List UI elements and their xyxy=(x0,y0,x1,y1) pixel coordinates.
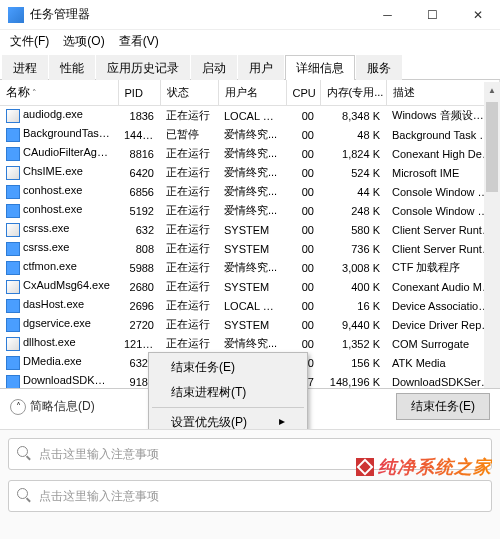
cell-status: 正在运行 xyxy=(160,220,218,239)
col-mem[interactable]: 内存(专用... xyxy=(320,80,386,106)
search-placeholder: 点击这里输入注意事项 xyxy=(39,488,159,505)
cell-user: 爱情终究... xyxy=(218,125,286,144)
cell-user: LOCAL SE... xyxy=(218,106,286,126)
col-desc[interactable]: 描述 xyxy=(386,80,500,106)
cell-mem: 156 K xyxy=(320,353,386,372)
cell-name: dllhost.exe xyxy=(0,334,118,353)
window-controls: ─ ☐ ✕ xyxy=(365,0,500,30)
cell-cpu: 00 xyxy=(286,144,320,163)
cell-status: 正在运行 xyxy=(160,277,218,296)
maximize-button[interactable]: ☐ xyxy=(410,0,455,30)
close-button[interactable]: ✕ xyxy=(455,0,500,30)
cell-status: 正在运行 xyxy=(160,201,218,220)
cell-mem: 736 K xyxy=(320,239,386,258)
cell-desc: Device Association Fr... xyxy=(386,296,500,315)
process-icon xyxy=(6,261,20,275)
tab-performance[interactable]: 性能 xyxy=(49,55,95,80)
cell-mem: 16 K xyxy=(320,296,386,315)
scroll-up-icon[interactable]: ▲ xyxy=(484,82,500,98)
table-row[interactable]: conhost.exe6856正在运行爱情终究...0044 KConsole … xyxy=(0,182,500,201)
app-icon xyxy=(8,7,24,23)
cell-pid: 808 xyxy=(118,239,160,258)
end-task-button[interactable]: 结束任务(E) xyxy=(396,393,490,420)
search-input-2[interactable]: 点击这里输入注意事项 xyxy=(8,480,492,512)
table-row[interactable]: csrss.exe632正在运行SYSTEM00580 KClient Serv… xyxy=(0,220,500,239)
tab-users[interactable]: 用户 xyxy=(238,55,284,80)
tab-details[interactable]: 详细信息 xyxy=(285,55,355,80)
cell-desc: CTF 加载程序 xyxy=(386,258,500,277)
menu-file[interactable]: 文件(F) xyxy=(4,31,55,52)
table-row[interactable]: dllhost.exe12152正在运行爱情终究...001,352 KCOM … xyxy=(0,334,500,353)
watermark: 纯净系统之家 xyxy=(356,455,492,479)
cell-user: 爱情终究... xyxy=(218,334,286,353)
col-pid[interactable]: PID xyxy=(118,80,160,106)
table-row[interactable]: dgservice.exe2720正在运行SYSTEM009,440 KDevi… xyxy=(0,315,500,334)
table-row[interactable]: ChsIME.exe6420正在运行爱情终究...00524 KMicrosof… xyxy=(0,163,500,182)
cell-pid: 5988 xyxy=(118,258,160,277)
cell-desc: Windows 音频设备图... xyxy=(386,106,500,126)
cell-desc: Microsoft IME xyxy=(386,163,500,182)
table-row[interactable]: ctfmon.exe5988正在运行爱情终究...003,008 KCTF 加载… xyxy=(0,258,500,277)
cell-desc: Console Window Host xyxy=(386,182,500,201)
tab-processes[interactable]: 进程 xyxy=(2,55,48,80)
cell-mem: 1,824 K xyxy=(320,144,386,163)
cell-cpu: 00 xyxy=(286,277,320,296)
menubar: 文件(F) 选项(O) 查看(V) xyxy=(0,30,500,52)
table-row[interactable]: BackgroundTaskH...14440已暂停爱情终究...0048 KB… xyxy=(0,125,500,144)
table-row[interactable]: conhost.exe5192正在运行爱情终究...00248 KConsole… xyxy=(0,201,500,220)
cell-pid: 2680 xyxy=(118,277,160,296)
ctx-sep xyxy=(152,407,304,408)
ctx-item[interactable]: 结束任务(E) xyxy=(151,355,305,380)
cell-desc: Client Server Runtime ... xyxy=(386,239,500,258)
cell-cpu: 00 xyxy=(286,163,320,182)
table-row[interactable]: dasHost.exe2696正在运行LOCAL SE...0016 KDevi… xyxy=(0,296,500,315)
fewer-details-label: 简略信息(D) xyxy=(30,398,95,415)
col-user[interactable]: 用户名 xyxy=(218,80,286,106)
process-icon xyxy=(6,242,20,256)
cell-cpu: 00 xyxy=(286,315,320,334)
cell-mem: 400 K xyxy=(320,277,386,296)
menu-options[interactable]: 选项(O) xyxy=(57,31,110,52)
cell-desc: Console Window Host xyxy=(386,201,500,220)
cell-pid: 8816 xyxy=(118,144,160,163)
cell-name: BackgroundTaskH... xyxy=(0,125,118,144)
cell-status: 正在运行 xyxy=(160,239,218,258)
cell-mem: 44 K xyxy=(320,182,386,201)
col-cpu[interactable]: CPU xyxy=(286,80,320,106)
cell-name: conhost.exe xyxy=(0,182,118,201)
sort-arrow-icon: ˄ xyxy=(32,88,37,98)
col-name[interactable]: 名称˄ xyxy=(0,80,118,106)
fewer-details-toggle[interactable]: ˄ 简略信息(D) xyxy=(10,398,95,415)
cell-mem: 524 K xyxy=(320,163,386,182)
table-row[interactable]: csrss.exe808正在运行SYSTEM00736 KClient Serv… xyxy=(0,239,500,258)
table-row[interactable]: audiodg.exe1836正在运行LOCAL SE...008,348 KW… xyxy=(0,106,500,126)
cell-user: LOCAL SE... xyxy=(218,296,286,315)
minimize-button[interactable]: ─ xyxy=(365,0,410,30)
cell-status: 正在运行 xyxy=(160,258,218,277)
scroll-thumb[interactable] xyxy=(486,102,498,192)
cell-mem: 3,008 K xyxy=(320,258,386,277)
cell-desc: Client Server Runtime ... xyxy=(386,220,500,239)
table-row[interactable]: CAudioFilterAgent...8816正在运行爱情终究...001,8… xyxy=(0,144,500,163)
cell-cpu: 00 xyxy=(286,125,320,144)
table-row[interactable]: CxAudMsg64.exe2680正在运行SYSTEM00400 KConex… xyxy=(0,277,500,296)
tab-services[interactable]: 服务 xyxy=(356,55,402,80)
cell-name: CxAudMsg64.exe xyxy=(0,277,118,296)
ctx-item[interactable]: 结束进程树(T) xyxy=(151,380,305,405)
cell-cpu: 00 xyxy=(286,106,320,126)
process-icon xyxy=(6,185,20,199)
cell-name: dasHost.exe xyxy=(0,296,118,315)
cell-pid: 14440 xyxy=(118,125,160,144)
scrollbar[interactable]: ▲ ▼ xyxy=(484,82,500,420)
search-placeholder: 点击这里输入注意事项 xyxy=(39,446,159,463)
process-icon xyxy=(6,318,20,332)
watermark-text: 纯净系统之家 xyxy=(378,455,492,479)
tab-history[interactable]: 应用历史记录 xyxy=(96,55,190,80)
menu-view[interactable]: 查看(V) xyxy=(113,31,165,52)
tab-startup[interactable]: 启动 xyxy=(191,55,237,80)
cell-status: 正在运行 xyxy=(160,334,218,353)
cell-pid: 12152 xyxy=(118,334,160,353)
cell-name: csrss.exe xyxy=(0,220,118,239)
cell-user: SYSTEM xyxy=(218,315,286,334)
col-status[interactable]: 状态 xyxy=(160,80,218,106)
